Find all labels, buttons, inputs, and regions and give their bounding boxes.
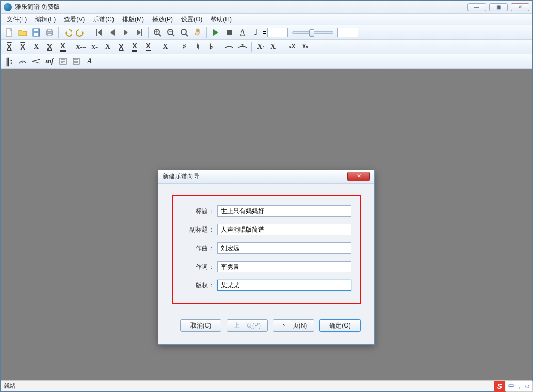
tempo-value-input[interactable] bbox=[337, 28, 358, 37]
menu-view[interactable]: 查看(V) bbox=[60, 14, 89, 25]
tempo-input[interactable] bbox=[267, 28, 288, 37]
label-title: 标题： bbox=[181, 207, 214, 216]
zoom-in-icon[interactable] bbox=[151, 26, 164, 39]
dialog-titlebar[interactable]: 新建乐谱向导 ✕ bbox=[158, 170, 374, 184]
tempo-equals: = bbox=[263, 29, 266, 36]
toolbar-symbols: ‖: mf A bbox=[1, 54, 532, 69]
note-x5-icon[interactable]: X bbox=[142, 41, 154, 53]
svg-marker-11 bbox=[110, 29, 115, 36]
ime-status[interactable]: 中 ， ☺ bbox=[506, 381, 533, 392]
minimize-button[interactable]: — bbox=[467, 3, 486, 11]
undo-icon[interactable] bbox=[61, 26, 74, 39]
titlebar[interactable]: 雅乐简谱 免费版 — ▣ ✕ bbox=[1, 1, 532, 14]
grace-down-icon[interactable]: Xx bbox=[299, 41, 312, 53]
play-icon[interactable] bbox=[209, 26, 222, 39]
label-lyricist: 作词： bbox=[181, 263, 214, 271]
text-block-icon[interactable] bbox=[70, 55, 83, 68]
ime-indicator[interactable]: S 中 ， ☺ bbox=[494, 381, 533, 392]
hand-pan-icon[interactable] bbox=[191, 26, 204, 39]
note-whole-icon[interactable]: X bbox=[3, 41, 15, 53]
dialog-separator bbox=[172, 314, 361, 314]
note-eighth-icon[interactable]: X bbox=[43, 41, 56, 53]
note-sixteenth-icon[interactable]: X bbox=[57, 41, 69, 53]
slider-thumb-icon[interactable] bbox=[309, 29, 314, 37]
svg-point-22 bbox=[181, 29, 186, 35]
input-lyricist[interactable] bbox=[217, 261, 351, 272]
print-icon[interactable] bbox=[43, 26, 56, 39]
note-dash3-icon[interactable]: X--- bbox=[75, 41, 87, 53]
input-composer[interactable] bbox=[217, 242, 351, 254]
dotted-note-icon[interactable]: X. bbox=[160, 41, 172, 53]
svg-rect-9 bbox=[96, 29, 97, 36]
octave-down-icon[interactable]: X· bbox=[268, 41, 280, 53]
menu-play[interactable]: 播放(P) bbox=[148, 14, 177, 25]
note-x2-icon[interactable]: X bbox=[102, 41, 114, 53]
new-score-wizard-dialog: 新建乐谱向导 ✕ 标题： 副标题： 作曲： bbox=[158, 170, 375, 345]
menu-file[interactable]: 文件(F) bbox=[3, 14, 31, 25]
new-file-icon[interactable] bbox=[3, 26, 15, 39]
tie-icon[interactable] bbox=[223, 41, 235, 53]
maximize-button[interactable]: ▣ bbox=[489, 3, 508, 11]
note-x4-icon[interactable]: X bbox=[128, 41, 141, 53]
label-subtitle: 副标题： bbox=[181, 225, 214, 234]
next-button[interactable]: 下一页(N) bbox=[273, 319, 314, 332]
open-file-icon[interactable] bbox=[17, 26, 29, 39]
main-window: 雅乐简谱 免费版 — ▣ ✕ 文件(F) 编辑(E) 查看(V) 乐谱(C) 排… bbox=[0, 0, 533, 392]
menu-settings[interactable]: 设置(O) bbox=[177, 14, 206, 25]
redo-icon[interactable] bbox=[75, 26, 87, 39]
note-quarter-icon[interactable]: X bbox=[30, 41, 42, 53]
status-text: 就绪 bbox=[4, 382, 16, 390]
client-area: 新建乐谱向导 ✕ 标题： 副标题： 作曲： bbox=[1, 69, 532, 380]
label-composer: 作曲： bbox=[181, 244, 214, 253]
cancel-button[interactable]: 取消(C) bbox=[180, 319, 221, 332]
note-dash1-icon[interactable]: X- bbox=[88, 41, 101, 53]
first-page-icon[interactable] bbox=[93, 26, 105, 39]
prev-page-icon[interactable] bbox=[106, 26, 119, 39]
svg-marker-10 bbox=[98, 29, 102, 36]
svg-rect-0 bbox=[6, 29, 12, 36]
window-title: 雅乐简谱 免费版 bbox=[15, 3, 467, 11]
sharp-icon[interactable]: ♯ bbox=[178, 41, 190, 53]
svg-rect-6 bbox=[47, 34, 52, 36]
fermata-icon[interactable] bbox=[17, 55, 29, 68]
zoom-fit-icon[interactable] bbox=[178, 26, 190, 39]
note-x3-icon[interactable]: X bbox=[115, 41, 127, 53]
label-copyright: 版权： bbox=[181, 281, 214, 290]
sogou-icon[interactable]: S bbox=[494, 381, 505, 392]
flat-icon[interactable]: ♭ bbox=[205, 41, 217, 53]
font-icon[interactable]: A bbox=[84, 55, 96, 68]
dynamic-mf-icon[interactable]: mf bbox=[43, 55, 56, 68]
lyrics-icon[interactable] bbox=[57, 55, 69, 68]
svg-marker-26 bbox=[240, 29, 245, 36]
stop-icon[interactable] bbox=[223, 26, 235, 39]
tuplet-icon[interactable]: 3 bbox=[236, 41, 249, 53]
input-subtitle[interactable] bbox=[217, 224, 351, 235]
menubar: 文件(F) 编辑(E) 查看(V) 乐谱(C) 排版(M) 播放(P) 设置(O… bbox=[1, 14, 532, 25]
octave-up-icon[interactable]: X· bbox=[254, 41, 267, 53]
repeat-sign-icon[interactable]: ‖: bbox=[3, 55, 15, 68]
svg-rect-2 bbox=[34, 29, 38, 31]
svg-point-29 bbox=[22, 62, 23, 63]
tempo-slider[interactable] bbox=[292, 31, 333, 34]
toolbar-main: ♩ = bbox=[1, 25, 532, 40]
ok-button[interactable]: 确定(O) bbox=[319, 319, 361, 332]
input-copyright[interactable] bbox=[217, 280, 351, 291]
menu-layout[interactable]: 排版(M) bbox=[118, 14, 148, 25]
menu-help[interactable]: 帮助(H) bbox=[206, 14, 236, 25]
dialog-close-button[interactable]: ✕ bbox=[347, 172, 370, 181]
input-title[interactable] bbox=[217, 205, 351, 217]
crescendo-icon[interactable] bbox=[30, 55, 42, 68]
natural-icon[interactable]: ♮ bbox=[191, 41, 204, 53]
grace-up-icon[interactable]: xX bbox=[286, 41, 298, 53]
note-half-icon[interactable]: X bbox=[17, 41, 29, 53]
menu-score[interactable]: 乐谱(C) bbox=[89, 14, 118, 25]
prev-button: 上一页(P) bbox=[227, 319, 268, 332]
next-page-icon[interactable] bbox=[120, 26, 132, 39]
menu-edit[interactable]: 编辑(E) bbox=[31, 14, 60, 25]
save-icon[interactable] bbox=[30, 26, 42, 39]
metronome-icon[interactable] bbox=[236, 26, 249, 39]
last-page-icon[interactable] bbox=[133, 26, 146, 39]
svg-line-23 bbox=[186, 34, 188, 36]
zoom-out-icon[interactable] bbox=[165, 26, 177, 39]
close-button[interactable]: ✕ bbox=[511, 3, 529, 11]
